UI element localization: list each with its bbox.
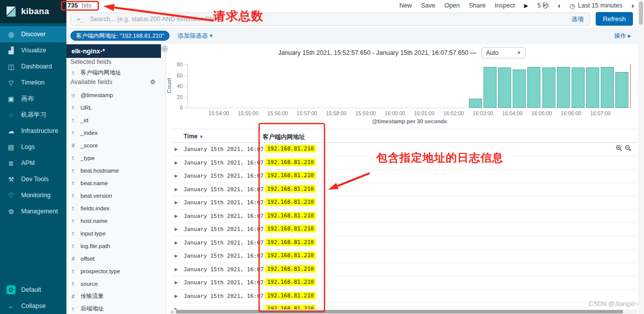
histogram-bar[interactable] [615, 72, 628, 108]
scroll-left-icon[interactable]: ◂ [171, 310, 173, 314]
expand-row-icon[interactable]: ▶ [175, 267, 178, 272]
kibana-logo[interactable]: kibana [0, 0, 66, 23]
x-tick-label: 16:06:00 [561, 110, 582, 116]
menu-save[interactable]: Save [421, 2, 436, 9]
histogram-bar[interactable] [469, 99, 482, 108]
infrastructure-icon: ☁ [7, 127, 16, 135]
field-item[interactable]: tbeat.hostname [66, 164, 166, 177]
zoom-in-icon[interactable] [616, 145, 622, 151]
sidebar-bottom: D Default ← Collapse [0, 282, 66, 314]
add-filter-button[interactable]: 添加筛选器+ [178, 32, 213, 40]
column-header-time[interactable]: Time▼ [184, 133, 204, 140]
y-tick-label: 40 [166, 83, 183, 89]
sidebar-item-logs[interactable]: ▤Logs [0, 139, 66, 155]
refresh-button[interactable]: Refresh [596, 12, 633, 26]
sidebar-item-machine-learning[interactable]: ◌机器学习 [0, 107, 66, 123]
column-header-field[interactable]: 客户端内网地址 [263, 133, 305, 141]
cell-ip-highlighted: 192.168.81.210 [265, 185, 316, 193]
field-item[interactable]: #offset [66, 252, 166, 265]
table-row: ▶January 15th 2021, 16:07:56.332192.168.… [171, 156, 636, 170]
horizontal-scrollbar[interactable]: ◂ [170, 309, 637, 314]
menu-share[interactable]: Share [469, 2, 486, 9]
field-item[interactable]: t_index [66, 126, 166, 139]
table-header: Time▼ 客户端内网地址 [171, 129, 636, 143]
expand-row-icon[interactable]: ▶ [175, 294, 178, 298]
number-type-icon: # [70, 293, 76, 299]
zoom-out-icon[interactable] [625, 145, 631, 151]
refresh-interval-label[interactable]: 5 秒 [537, 2, 549, 10]
histogram-bar[interactable] [527, 67, 540, 108]
histogram-bar[interactable] [542, 67, 555, 108]
expand-row-icon[interactable]: ▶ [175, 280, 178, 285]
sidebar-collapse[interactable]: ← Collapse [0, 298, 66, 314]
cell-ip-highlighted: 192.168.81.210 [265, 265, 316, 273]
histogram-bar[interactable] [572, 67, 585, 108]
expand-row-icon[interactable]: ▶ [175, 187, 178, 192]
expand-row-icon[interactable]: ▶ [175, 227, 178, 231]
histogram-bar[interactable] [484, 67, 497, 108]
field-item[interactable]: tURL [66, 101, 166, 114]
search-input[interactable] [89, 15, 567, 23]
sidebar-item-gear[interactable]: ⚙Management [0, 203, 66, 219]
vertical-scrollbar-thumb[interactable] [639, 2, 643, 25]
histogram-bar[interactable] [601, 67, 614, 108]
sidebar-item-canvas[interactable]: ▣画布 [0, 91, 66, 107]
time-forward-icon[interactable]: › [631, 3, 634, 8]
play-icon[interactable]: ▶ [524, 3, 528, 9]
expand-row-icon[interactable]: ▶ [175, 174, 178, 178]
sidebar-item-dashboard[interactable]: ◫Dashboard [0, 58, 66, 74]
field-item[interactable]: t客户端内网地址 [66, 66, 166, 79]
field-settings-gear-icon[interactable]: ⚙ [150, 78, 155, 86]
clock-icon: ◷ [570, 2, 575, 10]
field-item[interactable]: tbeat.name [66, 177, 166, 189]
field-item[interactable]: tsource [66, 277, 166, 290]
expand-row-icon[interactable]: ▶ [175, 254, 178, 258]
sidebar-item-apm[interactable]: ≣APM [0, 155, 66, 171]
field-item[interactable]: tbeat.version [66, 189, 166, 202]
field-item[interactable]: t_id [66, 114, 166, 126]
collapse-fields-panel-icon[interactable]: ‹ [161, 45, 168, 52]
index-pattern-selector[interactable]: elk-nginx-* [66, 44, 161, 58]
menu-new[interactable]: New [399, 2, 412, 9]
expand-row-icon[interactable]: ▶ [175, 214, 178, 218]
search-box[interactable]: >_ 选项 [70, 13, 590, 26]
field-item[interactable]: tinput.type [66, 227, 166, 240]
field-item[interactable]: t_type [66, 151, 166, 164]
field-item[interactable]: tprospector.type [66, 265, 166, 277]
menu-open[interactable]: Open [444, 2, 460, 9]
histogram-bar[interactable] [586, 67, 599, 108]
filter-pill[interactable]: 客户端内网地址: "192.168.81.210" [70, 31, 170, 41]
time-range-picker[interactable]: ◷ Last 15 minutes [570, 2, 622, 10]
histogram-bar[interactable] [513, 69, 526, 108]
menu-inspect[interactable]: Inspect [495, 2, 515, 9]
expand-row-icon[interactable]: ▶ [175, 147, 178, 151]
sidebar-item-monitoring[interactable]: ♡Monitoring [0, 187, 66, 203]
sidebar-item-compass[interactable]: ◎Discover [0, 26, 66, 42]
space-label: Default [21, 286, 41, 293]
field-item[interactable]: t后端地址 [66, 302, 166, 314]
field-item[interactable]: tlog.file.path [66, 240, 166, 252]
sidebar-item-infrastructure[interactable]: ☁Infrastructure [0, 123, 66, 139]
sidebar-item-bar-chart[interactable]: ▟Visualize [0, 42, 66, 58]
field-item[interactable]: thost.name [66, 214, 166, 227]
interval-select[interactable]: Auto ▼ [481, 47, 526, 58]
field-item[interactable]: ◷@timestamp [66, 89, 166, 101]
sidebar-item-timelion[interactable]: ▽Timelion [0, 74, 66, 91]
vertical-scrollbar[interactable] [638, 0, 644, 314]
field-item[interactable]: #_score [66, 139, 166, 151]
sidebar-item-wrench[interactable]: ⚒Dev Tools [0, 171, 66, 187]
table-rows: ▶January 15th 2021, 16:07:56.332192.168.… [171, 143, 636, 309]
field-item[interactable]: tfields.index [66, 202, 166, 214]
histogram-bar[interactable] [557, 67, 570, 108]
expand-row-icon[interactable]: ▶ [175, 241, 178, 245]
query-options-link[interactable]: 选项 [572, 15, 584, 24]
expand-row-icon[interactable]: ▶ [175, 161, 178, 165]
time-back-icon[interactable]: ‹ [558, 3, 560, 8]
horizontal-scrollbar-thumb[interactable] [176, 310, 623, 313]
histogram-bar[interactable] [498, 67, 511, 108]
sidebar-item-default-space[interactable]: D Default [0, 282, 66, 298]
field-item[interactable]: #传输流量 [66, 290, 166, 302]
filter-actions-link[interactable]: 操作 ▸ [614, 32, 631, 40]
expand-row-icon[interactable]: ▶ [175, 200, 178, 205]
field-name: beat.version [80, 193, 112, 199]
